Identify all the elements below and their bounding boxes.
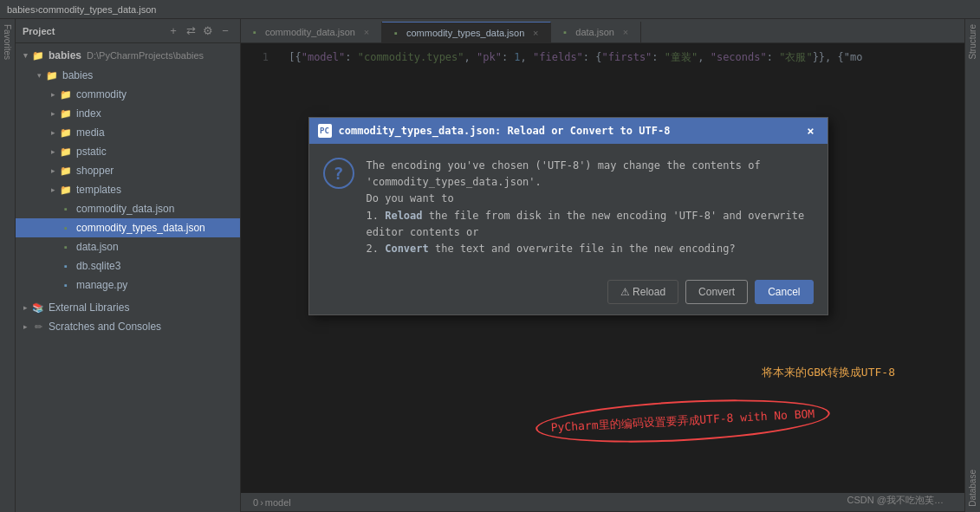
- title-filename: commodity_types_data.json: [38, 4, 156, 15]
- shopper-folder-icon: 📁: [59, 164, 73, 178]
- root-label: babies: [49, 49, 81, 62]
- index-label: index: [76, 107, 101, 120]
- annotation-arrow-text: 将本来的GBK转换成UTF-8: [762, 365, 895, 380]
- tab-close-data-json[interactable]: ×: [620, 26, 632, 38]
- csdn-watermark: CSDN @我不吃泡芙…: [847, 494, 944, 507]
- question-icon: ?: [323, 158, 354, 189]
- db-sqlite-label: db.sqlite3: [76, 260, 120, 272]
- modal-buttons: ⚠ Reload Convert Cancel: [309, 271, 827, 314]
- sidebar-item-templates[interactable]: ▸ 📁 templates: [16, 180, 240, 199]
- sidebar-item-external-libs[interactable]: ▸ 📚 External Libraries: [16, 298, 240, 317]
- modal-option1-bold: Reload: [385, 210, 422, 222]
- title-babies: babies: [7, 4, 35, 15]
- babies-label: babies: [62, 69, 93, 81]
- shopper-label: shopper: [76, 165, 114, 177]
- tab-data-json[interactable]: ▪ data.json ×: [551, 22, 641, 42]
- modal-title-text: commodity_types_data.json: Reload or Con…: [339, 125, 671, 137]
- modal-title-icon: PC: [318, 124, 332, 138]
- sidebar-item-commodity[interactable]: ▸ 📁 commodity: [16, 85, 240, 104]
- file-tree: ▾ 📁 babies D:\PyCharmProjects\babies ▾ 📁…: [16, 43, 240, 512]
- reload-button[interactable]: ⚠ Reload: [607, 280, 678, 304]
- sidebar-item-data-json[interactable]: ▪ data.json: [16, 237, 240, 256]
- sidebar-item-pstatic[interactable]: ▸ 📁 pstatic: [16, 142, 240, 161]
- tab-close-commodity-data[interactable]: ×: [360, 26, 373, 38]
- right-strip: Structure Database: [964, 19, 980, 512]
- babies-folder-icon: 📁: [45, 68, 59, 82]
- collapse-button[interactable]: −: [217, 23, 233, 39]
- commodity-data-label: commodity_data.json: [76, 203, 174, 215]
- modal-option1-prefix: 1.: [367, 210, 386, 222]
- modal-dialog: PC commodity_types_data.json: Reload or …: [308, 117, 828, 315]
- editor-area: ▪ commodity_data.json × ▪ commodity_type…: [241, 19, 964, 512]
- annotation-oval-text: PyCharm里的编码设置要弄成UTF-8 with No BOM: [550, 406, 815, 436]
- data-json-label: data.json: [76, 241, 119, 253]
- settings-button[interactable]: ⚙: [200, 23, 216, 39]
- sidebar-item-shopper[interactable]: ▸ 📁 shopper: [16, 161, 240, 180]
- db-sqlite-icon: ▪: [59, 259, 73, 273]
- tab-commodity-data[interactable]: ▪ commodity_data.json ×: [241, 22, 382, 42]
- templates-folder-icon: 📁: [59, 183, 73, 197]
- ext-libs-arrow: ▸: [19, 303, 31, 312]
- babies-arrow: ▾: [33, 71, 45, 80]
- tab-icon-data-json: ▪: [560, 27, 570, 37]
- index-folder-icon: 📁: [59, 107, 73, 120]
- tab-icon-commodity-types: ▪: [391, 28, 401, 38]
- tab-close-commodity-types[interactable]: ×: [529, 27, 542, 39]
- structure-label[interactable]: Structure: [966, 21, 979, 63]
- annotation-oval: PyCharm里的编码设置要弄成UTF-8 with No BOM: [535, 393, 831, 449]
- commodity-types-label: commodity_types_data.json: [76, 222, 205, 234]
- root-arrow: ▾: [19, 51, 31, 60]
- modal-title-bar: PC commodity_types_data.json: Reload or …: [309, 118, 827, 144]
- commodity-arrow: ▸: [47, 90, 59, 99]
- sync-button[interactable]: ⇄: [183, 23, 198, 39]
- modal-message2: Do you want to: [367, 192, 454, 204]
- editor-content[interactable]: 1 [{"model": "commodity.types", "pk": 1,…: [241, 43, 964, 493]
- shopper-arrow: ▸: [47, 166, 59, 175]
- status-line[interactable]: 0 › model: [248, 497, 296, 508]
- modal-message: The encoding you've chosen ('UTF-8') may…: [367, 158, 814, 257]
- sidebar-item-manage-py[interactable]: ▪ manage.py: [16, 275, 240, 295]
- index-arrow: ▸: [47, 109, 59, 118]
- commodity-folder-icon: 📁: [59, 87, 73, 101]
- modal-message1: The encoding you've chosen ('UTF-8') may…: [367, 159, 761, 188]
- cancel-button[interactable]: Cancel: [755, 280, 813, 304]
- sidebar-item-commodity-data[interactable]: ▪ commodity_data.json: [16, 199, 240, 218]
- modal-close-button[interactable]: ×: [803, 123, 819, 139]
- sidebar-item-db-sqlite[interactable]: ▪ db.sqlite3: [16, 256, 240, 275]
- sidebar-item-babies[interactable]: ▾ 📁 babies: [16, 66, 240, 85]
- favorites-label[interactable]: Favorites: [1, 21, 14, 63]
- modal-option2-prefix: 2.: [367, 243, 386, 255]
- sidebar-item-index[interactable]: ▸ 📁 index: [16, 104, 240, 123]
- status-col-label: model: [265, 497, 291, 508]
- convert-button[interactable]: Convert: [685, 280, 748, 304]
- sidebar-toolbar: + ⇄ ⚙ −: [165, 23, 233, 39]
- database-label[interactable]: Database: [966, 466, 979, 510]
- title-bar: babies › commodity_types_data.json: [0, 0, 980, 19]
- templates-label: templates: [76, 184, 121, 196]
- pstatic-arrow: ▸: [47, 147, 59, 156]
- modal-option1-text: the file from disk in the new encoding '…: [367, 210, 805, 238]
- tabs-bar: ▪ commodity_data.json × ▪ commodity_type…: [241, 19, 964, 43]
- tree-root[interactable]: ▾ 📁 babies D:\PyCharmProjects\babies: [16, 45, 240, 66]
- ext-libs-icon: 📚: [31, 301, 45, 314]
- tab-label-commodity-types: commodity_types_data.json: [406, 28, 524, 38]
- tab-commodity-types-data[interactable]: ▪ commodity_types_data.json ×: [382, 22, 551, 42]
- left-strip: Favorites: [0, 19, 16, 512]
- tab-label-data-json: data.json: [575, 27, 614, 37]
- modal-overlay: PC commodity_types_data.json: Reload or …: [241, 43, 964, 493]
- sidebar-item-scratches[interactable]: ▸ ✏ Scratches and Consoles: [16, 317, 240, 336]
- commodity-data-file-icon: ▪: [59, 202, 73, 216]
- manage-py-icon: ▪: [59, 278, 73, 292]
- data-json-icon: ▪: [59, 240, 73, 254]
- status-line-num: 0: [253, 497, 258, 508]
- sidebar-item-media[interactable]: ▸ 📁 media: [16, 123, 240, 142]
- sidebar-item-commodity-types-data[interactable]: ▪ commodity_types_data.json: [16, 218, 240, 237]
- media-folder-icon: 📁: [59, 126, 73, 139]
- tab-icon-commodity-data: ▪: [250, 27, 260, 37]
- scratches-icon: ✏: [31, 320, 45, 334]
- templates-arrow: ▸: [47, 185, 59, 194]
- add-button[interactable]: +: [165, 23, 181, 39]
- media-arrow: ▸: [47, 128, 59, 137]
- root-path: D:\PyCharmProjects\babies: [87, 50, 204, 61]
- root-folder-icon: 📁: [31, 49, 45, 62]
